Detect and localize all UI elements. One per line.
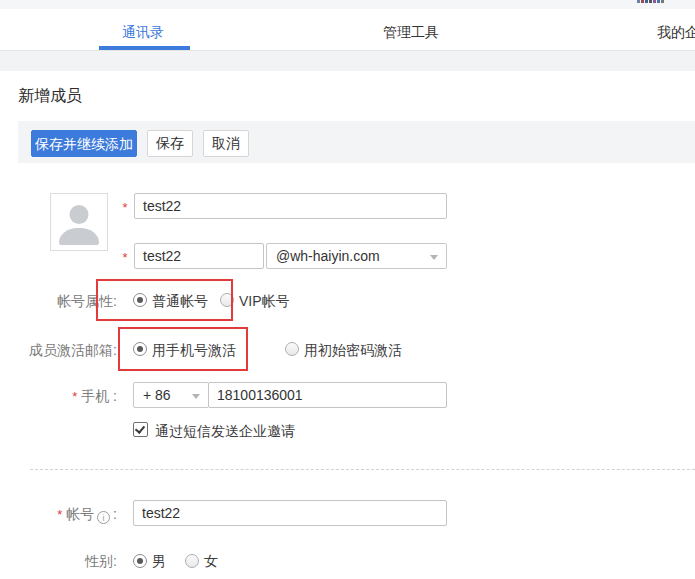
avatar-person-icon-body: [59, 228, 99, 245]
name-input[interactable]: [134, 193, 447, 219]
radio-vip-account-label[interactable]: VIP帐号: [239, 293, 290, 311]
required-marker: *: [57, 507, 62, 522]
sms-invite-checkbox[interactable]: [133, 422, 148, 437]
form-toolbar: 保存并继续添加 保存 取消: [18, 121, 695, 163]
radio-activate-by-password-label[interactable]: 用初始密码激活: [304, 342, 402, 360]
avatar-upload[interactable]: [50, 193, 108, 251]
page-title: 新增成员: [18, 86, 82, 107]
active-tab-underline: [99, 46, 190, 50]
radio-dot: [137, 297, 143, 303]
top-strip: [0, 0, 695, 9]
required-marker: *: [119, 250, 131, 265]
info-icon[interactable]: i: [97, 511, 110, 524]
header-tab-bar: 通讯录 管理工具 我的企: [0, 9, 695, 51]
radio-vip-account[interactable]: [220, 293, 234, 307]
save-and-continue-button[interactable]: 保存并继续添加: [31, 130, 137, 157]
save-button[interactable]: 保存: [147, 130, 193, 157]
chevron-down-icon: [192, 394, 200, 399]
mobile-number-input[interactable]: [208, 382, 447, 408]
sms-invite-label[interactable]: 通过短信发送企业邀请: [155, 423, 295, 441]
radio-gender-male[interactable]: [133, 554, 147, 568]
radio-dot: [137, 346, 143, 352]
mobile-label-wrap: * 手机 :: [0, 388, 117, 406]
account-input[interactable]: [134, 243, 264, 269]
country-code-value: + 86: [143, 387, 171, 403]
avatar-person-icon: [70, 205, 89, 224]
radio-normal-account[interactable]: [133, 293, 147, 307]
add-member-form: 新增成员 保存并继续添加 保存 取消 * * @wh-haiyin.com 帐号…: [0, 71, 695, 579]
radio-gender-male-label[interactable]: 男: [152, 553, 166, 571]
username-colon: :: [113, 506, 117, 522]
chevron-down-icon: [430, 255, 438, 260]
country-code-select[interactable]: + 86: [133, 382, 209, 408]
cancel-button[interactable]: 取消: [203, 130, 249, 157]
radio-activate-by-phone-label[interactable]: 用手机号激活: [152, 342, 236, 360]
radio-normal-account-label[interactable]: 普通帐号: [152, 293, 208, 311]
radio-gender-female-label[interactable]: 女: [204, 553, 218, 571]
activation-label: 成员激活邮箱:: [0, 342, 117, 360]
check-icon: [135, 423, 145, 434]
radio-activate-by-phone[interactable]: [133, 342, 147, 356]
radio-dot: [137, 558, 143, 564]
section-divider-strip: [0, 51, 695, 71]
radio-gender-female[interactable]: [185, 554, 199, 568]
dashed-divider: [30, 469, 695, 470]
account-type-label: 帐号属性:: [0, 293, 117, 311]
required-marker: *: [72, 389, 77, 404]
radio-activate-by-password[interactable]: [285, 342, 299, 356]
tab-my-enterprise[interactable]: 我的企: [657, 24, 695, 40]
exmail-admin-window: 通讯录 管理工具 我的企 新增成员 保存并继续添加 保存 取消 * * @wh-…: [0, 0, 695, 579]
required-marker: *: [119, 200, 131, 215]
mobile-label: 手机 :: [81, 388, 117, 404]
domain-select[interactable]: @wh-haiyin.com: [266, 243, 447, 269]
gender-label: 性别:: [0, 553, 117, 571]
username-label: 帐号: [66, 506, 94, 522]
tab-contacts[interactable]: 通讯录: [122, 24, 164, 40]
tab-admin-tools[interactable]: 管理工具: [383, 24, 439, 40]
domain-select-value: @wh-haiyin.com: [276, 248, 380, 264]
clipped-content-above-fold: [637, 0, 664, 3]
username-input[interactable]: [133, 500, 447, 526]
username-label-wrap: * 帐号i:: [0, 506, 117, 524]
